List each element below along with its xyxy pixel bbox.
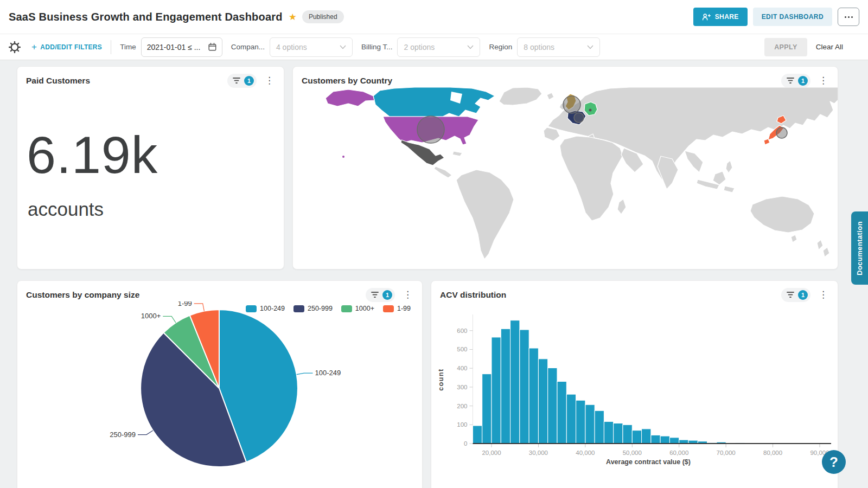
- hist-bar[interactable]: [548, 368, 557, 444]
- hist-bar[interactable]: [669, 438, 679, 444]
- region-central-america: [434, 166, 452, 178]
- widget-filter-chip[interactable]: 1: [781, 74, 810, 88]
- filter-count-badge: 1: [798, 290, 808, 300]
- panel-header: Paid Customers 1 ⋮: [17, 67, 284, 87]
- hist-bar[interactable]: [632, 431, 641, 444]
- hist-bar[interactable]: [529, 348, 538, 444]
- hist-bar[interactable]: [482, 374, 492, 444]
- panel-title: Customers by Country: [302, 76, 392, 86]
- widget-filter-chip[interactable]: 1: [227, 74, 257, 88]
- panel-header: Customers by company size 1 ⋮: [17, 281, 422, 301]
- hist-bar[interactable]: [557, 382, 566, 444]
- country-mexico[interactable]: [401, 140, 444, 165]
- country-new-zealand-south: [823, 247, 829, 257]
- world-map-chart[interactable]: [293, 87, 838, 269]
- billing-filter-select[interactable]: 2 options: [397, 37, 480, 57]
- hist-bar[interactable]: [492, 337, 501, 444]
- calendar-icon: [208, 43, 216, 51]
- filter-bar: + ADD/EDIT FILTERS Time 2021-01-01 ≤ ...…: [0, 34, 868, 60]
- pie-slice-label: 100-249: [315, 369, 341, 377]
- hist-bar[interactable]: [623, 425, 632, 444]
- widget-filter-chip[interactable]: 1: [366, 288, 395, 302]
- hist-bar[interactable]: [595, 410, 604, 444]
- x-tick-label: 70,000: [717, 450, 736, 456]
- ellipsis-icon: [845, 16, 853, 18]
- more-options-button[interactable]: [838, 8, 859, 26]
- y-tick-label: 200: [457, 403, 467, 409]
- x-tick-label: 20,000: [482, 450, 501, 456]
- pie-chart[interactable]: 100-249250-9991000+1-99: [17, 301, 423, 488]
- filter-count-badge: 1: [798, 76, 808, 86]
- time-filter-group: Time 2021-01-01 ≤ ...: [120, 37, 222, 57]
- hist-bar[interactable]: [604, 421, 613, 444]
- funnel-icon: [787, 291, 794, 298]
- hist-bar[interactable]: [679, 440, 688, 444]
- time-filter-input[interactable]: 2021-01-01 ≤ ...: [141, 37, 222, 57]
- pie-slice-label: 250-999: [110, 431, 136, 439]
- bubble-france[interactable]: [574, 113, 584, 123]
- dashboard-page: SaaS Business Growth and Engagement Dash…: [0, 0, 868, 488]
- bubble-united-states[interactable]: [417, 116, 444, 143]
- hist-bar[interactable]: [614, 423, 623, 444]
- hist-bar[interactable]: [651, 435, 660, 444]
- hist-bar[interactable]: [642, 429, 651, 444]
- x-tick-label: 60,000: [669, 450, 688, 456]
- favorite-star-icon[interactable]: ★: [289, 11, 297, 23]
- apply-button[interactable]: APPLY: [764, 38, 807, 56]
- country-alaska[interactable]: [326, 89, 374, 106]
- divider: [111, 40, 111, 54]
- time-filter-value: 2021-01-01 ≤ ...: [147, 43, 201, 52]
- question-mark-icon: ?: [829, 454, 838, 471]
- kpi-body: 6.19k accounts: [17, 87, 284, 220]
- clear-all-button[interactable]: Clear All: [816, 43, 843, 51]
- y-tick-label: 100: [457, 421, 467, 428]
- edit-dashboard-button[interactable]: EDIT DASHBOARD: [753, 8, 832, 26]
- kebab-menu-icon[interactable]: ⋮: [816, 75, 830, 86]
- region-indochina: [685, 151, 703, 172]
- widget-filter-chip[interactable]: 1: [781, 288, 810, 302]
- x-tick-label: 80,000: [763, 450, 782, 456]
- documentation-tab[interactable]: Documentation: [851, 211, 868, 285]
- add-edit-filters-button[interactable]: + ADD/EDIT FILTERS: [31, 42, 102, 52]
- country-iceland: [547, 93, 554, 100]
- chevron-down-icon: [340, 45, 346, 49]
- gear-icon: [9, 41, 21, 53]
- x-axis-title: Average contract value ($): [606, 458, 691, 466]
- region-filter-select[interactable]: 8 options: [517, 37, 600, 57]
- country-new-zealand-north: [817, 240, 823, 250]
- x-tick-label: 40,000: [576, 450, 595, 456]
- customers-by-country-panel: Customers by Country 1 ⋮: [292, 66, 838, 269]
- hist-bar[interactable]: [585, 404, 595, 444]
- panel-header: ACV distribution 1 ⋮: [431, 281, 838, 301]
- bubble-japan[interactable]: [776, 127, 787, 138]
- help-button[interactable]: ?: [822, 450, 846, 474]
- bubble-germany[interactable]: [589, 109, 592, 112]
- plus-icon: +: [31, 42, 37, 52]
- hist-bar[interactable]: [566, 394, 576, 444]
- kebab-menu-icon[interactable]: ⋮: [263, 75, 276, 86]
- y-tick-label: 500: [457, 346, 467, 352]
- kebab-menu-icon[interactable]: ⋮: [401, 289, 414, 300]
- share-button-label: SHARE: [715, 13, 739, 21]
- kpi-value: 6.19k: [27, 129, 284, 181]
- hist-bar[interactable]: [473, 426, 482, 444]
- filter-settings-button[interactable]: [9, 41, 21, 53]
- share-button[interactable]: SHARE: [693, 8, 748, 26]
- y-axis-title: count: [437, 368, 445, 391]
- funnel-icon: [233, 77, 240, 84]
- billing-filter-label: Billing T...: [361, 43, 393, 51]
- company-filter-select[interactable]: 4 options: [270, 37, 353, 57]
- hist-bar[interactable]: [576, 400, 585, 444]
- hist-bar[interactable]: [510, 320, 520, 444]
- region-filter-value: 8 options: [524, 43, 554, 52]
- hist-bar[interactable]: [520, 330, 529, 444]
- hist-bar[interactable]: [501, 329, 510, 444]
- country-canada[interactable]: [373, 87, 495, 117]
- hist-bar[interactable]: [538, 359, 547, 444]
- kebab-menu-icon[interactable]: ⋮: [816, 289, 830, 300]
- top-header: SaaS Business Growth and Engagement Dash…: [0, 0, 868, 34]
- bubble-united-kingdom[interactable]: [563, 96, 580, 113]
- region-indonesia-east: [724, 186, 735, 192]
- histogram-chart[interactable]: 010020030040050060020,00030,00040,00050,…: [431, 301, 838, 488]
- hist-bar[interactable]: [660, 436, 669, 444]
